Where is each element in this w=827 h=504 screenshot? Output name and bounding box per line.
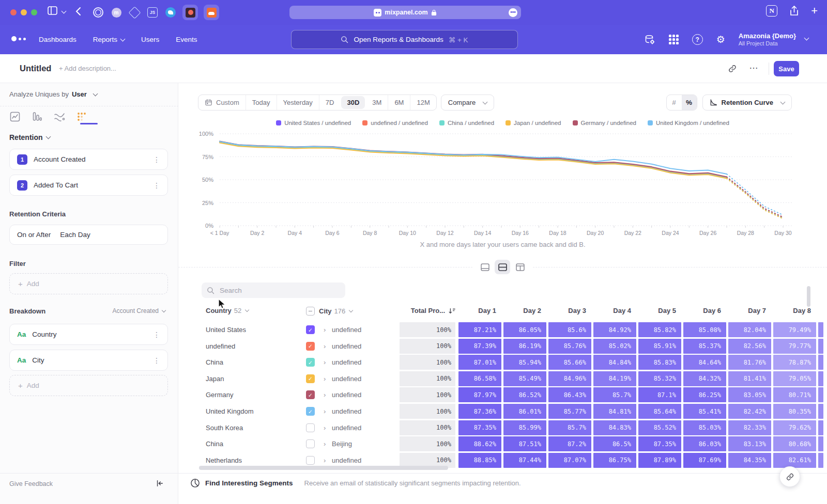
retention-cell[interactable]: 87.69% <box>683 453 726 468</box>
retention-cell[interactable]: 86.25% <box>683 387 726 402</box>
retention-cell[interactable]: 85.64% <box>638 404 681 419</box>
retention-cell[interactable]: 88.62% <box>458 436 501 451</box>
row-city[interactable]: undefined <box>332 420 361 436</box>
tab-funnels[interactable] <box>32 111 43 123</box>
day-column-header[interactable]: Day 7 <box>728 307 771 314</box>
retention-cell[interactable]: 84.19% <box>593 371 636 386</box>
nav-reports[interactable]: Reports <box>93 36 125 43</box>
day-column-header[interactable]: Day 3 <box>548 307 591 314</box>
retention-cell[interactable]: 85.76% <box>548 339 591 354</box>
retention-cell[interactable]: 86.03% <box>683 436 726 451</box>
retention-cell[interactable]: 83.13% <box>728 436 771 451</box>
breakdown-property[interactable]: City <box>32 356 44 364</box>
row-checkbox-checked[interactable]: ✓ <box>306 407 315 416</box>
day-column-header[interactable]: Day 2 <box>503 307 546 314</box>
row-city[interactable]: undefined <box>332 322 361 338</box>
retention-cell[interactable]: 85.37% <box>683 339 726 354</box>
range-6m[interactable]: 6M <box>388 95 410 110</box>
retention-cell[interactable]: 86.5% <box>593 436 636 451</box>
retention-cell[interactable]: 79.05% <box>773 371 816 386</box>
range-7d[interactable]: 7D <box>319 95 341 110</box>
expand-chevron-icon[interactable]: › <box>324 436 326 452</box>
report-description-placeholder[interactable]: + Add description... <box>59 65 116 72</box>
retention-section-header[interactable]: Retention <box>9 133 50 141</box>
tab-insights[interactable] <box>9 111 21 123</box>
retention-cell[interactable]: 85.83% <box>638 355 681 370</box>
retention-cell[interactable]: 86.19% <box>503 339 546 354</box>
retention-cell[interactable]: 84.92% <box>593 322 636 337</box>
country-column-header[interactable]: Country52 <box>206 307 249 314</box>
mixpanel-logo[interactable] <box>11 36 26 41</box>
range-today[interactable]: Today <box>246 95 277 110</box>
address-bar[interactable]: mixpanel.com ••• <box>289 6 521 19</box>
row-checkbox-checked[interactable]: ✓ <box>306 374 315 383</box>
retention-cell[interactable]: 87.36% <box>458 404 501 419</box>
project-chevron-icon[interactable] <box>804 36 809 41</box>
row-checkbox-checked[interactable]: ✓ <box>306 390 315 399</box>
criteria-each-day[interactable]: Each Day <box>60 231 90 239</box>
row-checkbox-checked[interactable]: ✓ <box>306 325 315 334</box>
retention-cell[interactable]: 84.83% <box>593 420 636 435</box>
settings-gear-icon[interactable]: ⚙ <box>716 35 725 44</box>
retention-cell[interactable]: 88.85% <box>458 453 501 468</box>
global-search[interactable]: Open Reports & Dashboards ⌘ + K <box>291 30 518 49</box>
retention-cell[interactable]: 86.43% <box>548 387 591 402</box>
retention-cell[interactable]: 85.7% <box>593 387 636 402</box>
back-icon[interactable] <box>75 7 81 16</box>
expand-chevron-icon[interactable]: › <box>324 322 326 338</box>
retention-cell[interactable]: 87.51% <box>503 436 546 451</box>
nav-events[interactable]: Events <box>176 36 197 43</box>
retention-cell[interactable]: 80.35% <box>773 404 816 419</box>
retention-cell[interactable]: 85.52% <box>638 420 681 435</box>
expand-chevron-icon[interactable]: › <box>324 403 326 420</box>
range-30d[interactable]: 30D <box>341 96 365 109</box>
range-custom[interactable]: Custom <box>198 95 246 110</box>
format-count-button[interactable]: # <box>667 95 682 110</box>
share-icon[interactable] <box>790 6 799 16</box>
retention-cell[interactable]: 85.91% <box>638 339 681 354</box>
legend-item[interactable]: Germany / undefined <box>573 120 636 126</box>
save-button[interactable]: Save <box>774 61 799 76</box>
retention-cell[interactable]: 85.49% <box>503 371 546 386</box>
retention-cell[interactable]: 79.77% <box>773 339 816 354</box>
breakdown-property[interactable]: Country <box>32 330 56 338</box>
day-column-header[interactable]: Day 5 <box>638 307 681 314</box>
total-column-header[interactable]: Total Pro... <box>400 307 455 314</box>
retention-cell[interactable]: 87.35% <box>638 436 681 451</box>
retention-cell[interactable]: 82.61% <box>773 453 816 468</box>
legend-item[interactable]: United States / undefined <box>276 120 351 126</box>
apps-grid-icon[interactable] <box>669 35 679 44</box>
site-options-icon[interactable]: ••• <box>509 8 517 17</box>
nav-users[interactable]: Users <box>141 36 159 43</box>
layout-split-button[interactable] <box>495 260 510 274</box>
browser-sidebar-icon[interactable] <box>48 6 57 15</box>
retention-cell[interactable]: 80.71% <box>773 387 816 402</box>
step-label[interactable]: Added To Cart <box>34 181 78 189</box>
notion-extension-icon[interactable]: N <box>766 5 777 17</box>
breakdown-card-city[interactable]: Aa City ⋮ <box>9 350 168 371</box>
select-all-checkbox[interactable] <box>306 307 315 316</box>
analyze-uniques-row[interactable]: Analyze Uniques by User <box>9 90 97 98</box>
day-column-header[interactable]: Day 6 <box>683 307 726 314</box>
extension-js-icon[interactable]: JS <box>146 6 159 19</box>
legend-item[interactable]: undefined / undefined <box>362 120 428 126</box>
retention-cell[interactable]: 87.01% <box>458 355 501 370</box>
expand-chevron-icon[interactable]: › <box>324 420 326 436</box>
data-management-icon[interactable] <box>644 34 655 45</box>
day-column-header[interactable]: Day 4 <box>593 307 636 314</box>
legend-item[interactable]: Japan / undefined <box>506 120 561 126</box>
extension-bird-icon[interactable] <box>164 6 177 19</box>
format-percent-button[interactable]: % <box>682 95 697 110</box>
tab-flows[interactable] <box>54 111 65 123</box>
vertical-scrollbar[interactable] <box>807 286 810 307</box>
retention-cell[interactable]: 86.01% <box>503 404 546 419</box>
row-city[interactable]: undefined <box>332 387 361 403</box>
row-country[interactable]: South Korea <box>206 420 243 436</box>
expand-chevron-icon[interactable]: › <box>324 354 326 371</box>
retention-cell[interactable]: 85.82% <box>638 322 681 337</box>
row-country[interactable]: United Kingdom <box>206 403 254 420</box>
retention-cell[interactable]: 84.64% <box>683 355 726 370</box>
add-breakdown-button[interactable]: + Add <box>9 375 168 396</box>
row-city[interactable]: undefined <box>332 371 361 387</box>
retention-cell[interactable]: 85.02% <box>593 339 636 354</box>
